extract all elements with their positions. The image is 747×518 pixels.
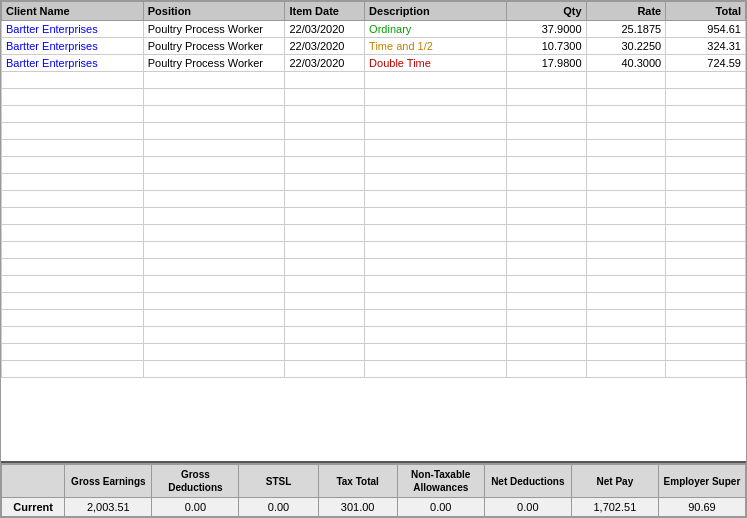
summary-row: Current 2,003.51 0.00 0.00 301.00 0.00 0… — [2, 498, 746, 517]
cell-description: Time and 1/2 — [365, 38, 507, 55]
cell-total: 324.31 — [666, 38, 746, 55]
table-row-empty — [2, 106, 746, 123]
cell-position: Poultry Process Worker — [143, 38, 285, 55]
cell-qty: 37.9000 — [506, 21, 586, 38]
header-rate: Rate — [586, 2, 666, 21]
table-row-empty — [2, 361, 746, 378]
summary-cell-gross-earnings: 2,003.51 — [65, 498, 152, 517]
cell-date: 22/03/2020 — [285, 55, 365, 72]
table-header-row: Client Name Position Item Date Descripti… — [2, 2, 746, 21]
header-client-name: Client Name — [2, 2, 144, 21]
cell-client: Bartter Enterprises — [2, 21, 144, 38]
summary-header-label — [2, 465, 65, 498]
summary-cell-employer-super: 90.69 — [658, 498, 745, 517]
table-row-empty — [2, 293, 746, 310]
table-row-empty — [2, 327, 746, 344]
cell-total: 954.61 — [666, 21, 746, 38]
table-row-empty — [2, 191, 746, 208]
cell-qty: 10.7300 — [506, 38, 586, 55]
summary-header-net-pay: Net Pay — [571, 465, 658, 498]
summary-cell-stsl: 0.00 — [239, 498, 318, 517]
table-row-empty — [2, 123, 746, 140]
cell-date: 22/03/2020 — [285, 21, 365, 38]
table-row-empty — [2, 225, 746, 242]
cell-date: 22/03/2020 — [285, 38, 365, 55]
header-description: Description — [365, 2, 507, 21]
cell-rate: 25.1875 — [586, 21, 666, 38]
cell-total: 724.59 — [666, 55, 746, 72]
summary-cell-gross-deductions: 0.00 — [152, 498, 239, 517]
table-row: Bartter Enterprises Poultry Process Work… — [2, 55, 746, 72]
summary-cell-net-pay: 1,702.51 — [571, 498, 658, 517]
cell-qty: 17.9800 — [506, 55, 586, 72]
cell-position: Poultry Process Worker — [143, 21, 285, 38]
table-row-empty — [2, 344, 746, 361]
summary-cell-tax-total: 301.00 — [318, 498, 397, 517]
summary-header-row: Gross Earnings Gross Deductions STSL Tax… — [2, 465, 746, 498]
summary-table: Gross Earnings Gross Deductions STSL Tax… — [1, 464, 746, 517]
header-total: Total — [666, 2, 746, 21]
table-row: Bartter Enterprises Poultry Process Work… — [2, 38, 746, 55]
table-row-empty — [2, 208, 746, 225]
summary-area: Gross Earnings Gross Deductions STSL Tax… — [1, 463, 746, 517]
table-row: Bartter Enterprises Poultry Process Work… — [2, 21, 746, 38]
summary-header-non-taxable: Non-Taxable Allowances — [397, 465, 484, 498]
cell-client: Bartter Enterprises — [2, 38, 144, 55]
cell-description: Ordinary — [365, 21, 507, 38]
cell-description: Double Time — [365, 55, 507, 72]
summary-header-tax-total: Tax Total — [318, 465, 397, 498]
summary-cell-non-taxable: 0.00 — [397, 498, 484, 517]
table-row-empty — [2, 259, 746, 276]
table-row-empty — [2, 310, 746, 327]
summary-header-net-deductions: Net Deductions — [484, 465, 571, 498]
header-item-date: Item Date — [285, 2, 365, 21]
summary-header-employer-super: Employer Super — [658, 465, 745, 498]
summary-header-stsl: STSL — [239, 465, 318, 498]
table-row-empty — [2, 140, 746, 157]
summary-header-gross-deductions: Gross Deductions — [152, 465, 239, 498]
cell-rate: 40.3000 — [586, 55, 666, 72]
cell-rate: 30.2250 — [586, 38, 666, 55]
cell-client: Bartter Enterprises — [2, 55, 144, 72]
table-row-empty — [2, 276, 746, 293]
table-row-empty — [2, 89, 746, 106]
table-row-empty — [2, 72, 746, 89]
table-row-empty — [2, 157, 746, 174]
summary-header-gross-earnings: Gross Earnings — [65, 465, 152, 498]
header-qty: Qty — [506, 2, 586, 21]
summary-cell-label: Current — [2, 498, 65, 517]
summary-cell-net-deductions: 0.00 — [484, 498, 571, 517]
main-container: Client Name Position Item Date Descripti… — [0, 0, 747, 518]
data-table-area: Client Name Position Item Date Descripti… — [1, 1, 746, 463]
table-row-empty — [2, 242, 746, 259]
main-table: Client Name Position Item Date Descripti… — [1, 1, 746, 378]
header-position: Position — [143, 2, 285, 21]
cell-position: Poultry Process Worker — [143, 55, 285, 72]
table-row-empty — [2, 174, 746, 191]
